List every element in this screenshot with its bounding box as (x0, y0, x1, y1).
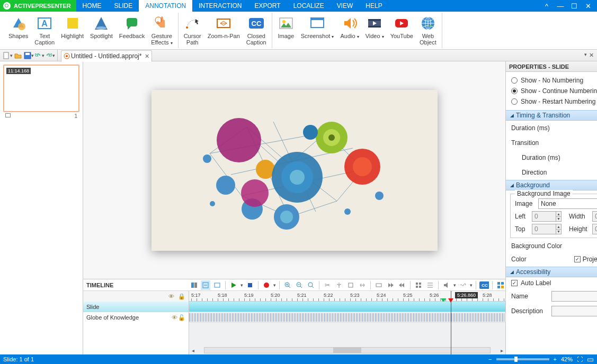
undo-button[interactable]: ▾ (34, 51, 44, 60)
slide-track[interactable] (189, 302, 505, 312)
cut-icon[interactable]: ✂ (323, 280, 332, 290)
scroll-left-button[interactable]: ◂ (189, 348, 197, 353)
text-caption-button[interactable]: ATextCaption (31, 13, 58, 48)
minimize-button[interactable]: — (556, 1, 565, 11)
menu-localize[interactable]: LOCALIZE (287, 0, 331, 12)
open-button[interactable] (13, 51, 23, 60)
close-panel-button[interactable]: ✕ (589, 52, 594, 59)
play-menu-icon[interactable]: ▾ (240, 283, 243, 288)
scrollbar-thumb[interactable] (333, 348, 362, 353)
play-button[interactable] (229, 280, 238, 290)
grid-icon[interactable] (414, 280, 423, 290)
playhead[interactable] (451, 291, 451, 354)
audio-button[interactable]: Audio ▾ (337, 13, 362, 48)
visibility-column-icon[interactable]: 👁 (167, 293, 175, 300)
row-lock-icon[interactable]: 🔓 (178, 314, 185, 321)
scroll-right-button[interactable]: ▸ (498, 348, 505, 353)
slide-canvas[interactable] (152, 90, 438, 251)
numbering-option[interactable]: Show - Restart Numbering (511, 96, 597, 107)
section-timing[interactable]: ◢Timing & Transition (506, 110, 597, 121)
closed-caption-button[interactable]: CCClosedCaption (243, 13, 270, 48)
document-tab[interactable]: Untitled - Untitled.approj* ✕ (61, 50, 152, 62)
join-icon[interactable] (358, 280, 367, 290)
menu-view[interactable]: VIEW (331, 0, 360, 12)
close-tab-button[interactable]: ✕ (145, 53, 149, 60)
zoom-in-icon[interactable] (283, 280, 292, 290)
width-input: ▲▼ (592, 211, 597, 222)
snap-icon[interactable] (189, 280, 199, 290)
screenshot-button[interactable]: Screenshot ▾ (298, 13, 337, 48)
trim-icon[interactable] (346, 280, 355, 290)
radio-icon[interactable] (511, 88, 518, 94)
redo-button[interactable]: ▾ (44, 51, 55, 60)
image-button[interactable]: Image (274, 13, 298, 48)
menu-home[interactable]: HOME (76, 0, 108, 12)
volume-icon[interactable] (442, 280, 451, 290)
cc-toggle-button[interactable]: CC (479, 280, 489, 290)
section-accessibility[interactable]: ◢Accessibility (506, 267, 597, 277)
web-object-button[interactable]: WebObject (416, 13, 440, 48)
auto-label-checkbox[interactable] (511, 280, 518, 286)
timeline-tracks[interactable]: 5:175:185:195:205:215:225:235:245:255:26… (189, 291, 505, 354)
zoom-thumb[interactable] (514, 357, 518, 362)
fit-button[interactable]: ⛶ (577, 356, 583, 362)
timeline-row-slide[interactable]: Slide (83, 302, 189, 312)
save-button[interactable]: ▾ (23, 51, 34, 60)
t-duration-label: Duration (ms) (522, 154, 597, 161)
audio-track[interactable] (189, 312, 505, 323)
ruler-tick-label: 5:19 (244, 293, 254, 298)
numbering-option[interactable]: Show - Continue Numbering (511, 86, 597, 96)
menu-slide[interactable]: SLIDE (108, 0, 139, 12)
menu-export[interactable]: EXPORT (248, 0, 287, 12)
speed-down-icon[interactable] (397, 280, 407, 290)
cursor-path-button[interactable]: CursorPath (181, 13, 204, 48)
image-field[interactable]: None (538, 198, 597, 209)
zoom-fit-icon[interactable] (306, 280, 316, 290)
stop-button[interactable] (245, 280, 255, 290)
zoom-n-pan-button[interactable]: Zoom-n-Pan (204, 13, 243, 48)
section-background[interactable]: ◢Background (506, 180, 597, 190)
view-mode-button[interactable]: ▭ (587, 355, 594, 363)
lock-column-icon[interactable]: 🔒 (178, 293, 185, 300)
noise-menu-icon[interactable]: ▾ (470, 283, 473, 288)
feedback-button[interactable]: Feedback (116, 13, 148, 48)
scrollbar-track[interactable] (204, 347, 491, 353)
menu-interaction[interactable]: INTERACTION (192, 0, 248, 12)
zoom-out-button[interactable]: − (488, 356, 492, 362)
menu-help[interactable]: HELP (359, 0, 388, 12)
noise-icon[interactable] (458, 280, 468, 290)
collapse-ribbon-icon[interactable]: ^ (542, 1, 551, 11)
zoom-out-icon[interactable] (295, 280, 304, 290)
new-button[interactable]: ▾ (2, 51, 13, 60)
split-icon[interactable] (334, 280, 344, 290)
zoom-in-button[interactable]: + (554, 356, 557, 362)
insert-time-icon[interactable] (374, 280, 384, 290)
slide-thumbnail[interactable]: 11:14.168 (3, 65, 79, 112)
close-button[interactable]: ✕ (583, 1, 593, 11)
gesture-effects-button[interactable]: GestureEffects ▾ (148, 13, 175, 48)
project-setting-checkbox[interactable] (574, 256, 581, 262)
numbering-option[interactable]: Show - No Numbering (511, 75, 597, 86)
spotlight-button[interactable]: Spotlight (87, 13, 116, 48)
panel-menu-icon[interactable]: ▾ (584, 52, 587, 59)
app-name-label: ACTIVEPRESENTER (14, 3, 71, 9)
volume-menu-icon[interactable]: ▾ (453, 283, 456, 288)
row-visibility-icon[interactable]: 👁 (171, 314, 178, 321)
timeline-row-video[interactable]: Globe of Knowledge 👁 🔓 (83, 312, 189, 323)
zoom-slider[interactable] (496, 358, 549, 360)
loop-icon[interactable] (212, 280, 222, 290)
shapes-button[interactable]: Shapes (5, 13, 31, 48)
maximize-button[interactable]: ☐ (569, 1, 579, 11)
autoscroll-icon[interactable] (201, 280, 210, 290)
video-button[interactable]: Video ▾ (362, 13, 387, 48)
list-icon[interactable] (425, 280, 435, 290)
radio-icon[interactable] (511, 77, 518, 84)
layout-icon[interactable] (496, 280, 505, 290)
menu-annotation[interactable]: ANNOTATION (139, 0, 192, 12)
highlight-button[interactable]: Highlight (58, 13, 87, 48)
record-button[interactable] (262, 280, 271, 290)
radio-icon[interactable] (511, 98, 518, 105)
youtube-button[interactable]: YouTube (387, 13, 416, 48)
record-menu-icon[interactable]: ▾ (273, 283, 276, 288)
speed-up-icon[interactable] (386, 280, 395, 290)
